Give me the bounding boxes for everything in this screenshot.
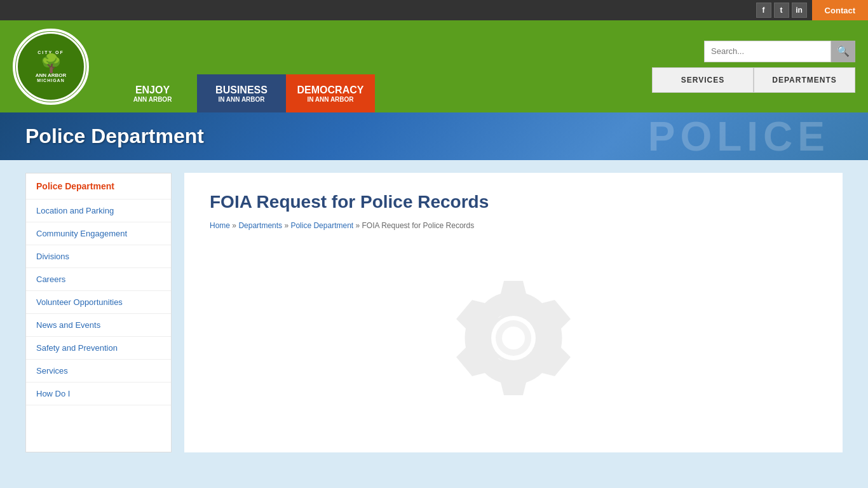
header: CITY OF 🌳 ANN ARBOR MICHIGAN ENJOY ANN A… bbox=[0, 20, 868, 112]
twitter-icon[interactable]: t bbox=[774, 3, 789, 18]
search-icon: 🔍 bbox=[837, 45, 850, 57]
nav-enjoy-label: ENJOY bbox=[135, 85, 170, 96]
breadcrumb-current: FOIA Request for Police Records bbox=[362, 221, 475, 230]
sidebar-item-safety[interactable]: Safety and Prevention bbox=[26, 337, 171, 360]
gear-area bbox=[210, 249, 817, 427]
sidebar-item-location[interactable]: Location and Parking bbox=[26, 200, 171, 222]
sidebar-item-careers[interactable]: Careers bbox=[26, 268, 171, 291]
contact-button[interactable]: Contact bbox=[812, 0, 868, 20]
main-nav: ENJOY ANN ARBOR BUSINESS IN ANN ARBOR DE… bbox=[108, 20, 375, 112]
breadcrumb-police[interactable]: Police Department bbox=[290, 221, 353, 230]
sidebar-item-divisions[interactable]: Divisions bbox=[26, 245, 171, 268]
page-content: FOIA Request for Police Records Home » D… bbox=[184, 173, 843, 452]
department-title: Police Department bbox=[25, 125, 204, 148]
nav-business-sublabel: IN ANN ARBOR bbox=[218, 96, 264, 103]
header-right: 🔍 SERVICES DEPARTMENTS bbox=[652, 41, 855, 93]
sidebar-item-volunteer[interactable]: Volunteer Opportunities bbox=[26, 291, 171, 314]
search-button[interactable]: 🔍 bbox=[831, 41, 855, 62]
main-content: Police Department Location and Parking C… bbox=[0, 160, 868, 465]
linkedin-icon[interactable]: in bbox=[792, 3, 807, 18]
nav-business-label: BUSINESS bbox=[215, 85, 268, 96]
breadcrumb: Home » Departments » Police Department »… bbox=[210, 221, 817, 230]
logo-tree-icon: 🌳 bbox=[40, 55, 62, 72]
nav-democracy[interactable]: DEMOCRACY IN ANN ARBOR bbox=[286, 74, 375, 112]
social-icons: f t in bbox=[756, 3, 807, 18]
top-bar: f t in Contact bbox=[0, 0, 868, 20]
logo-main-text: ANN ARBOR bbox=[36, 72, 67, 78]
nav-enjoy-sublabel: ANN ARBOR bbox=[133, 96, 172, 103]
breadcrumb-home[interactable]: Home bbox=[210, 221, 230, 230]
departments-tab[interactable]: DEPARTMENTS bbox=[754, 67, 855, 93]
sidebar-item-community[interactable]: Community Engagement bbox=[26, 222, 171, 245]
breadcrumb-departments[interactable]: Departments bbox=[238, 221, 282, 230]
hero-banner: Police Department bbox=[0, 112, 868, 160]
nav-enjoy[interactable]: ENJOY ANN ARBOR bbox=[108, 74, 197, 112]
sidebar: Police Department Location and Parking C… bbox=[25, 173, 172, 452]
nav-democracy-sublabel: IN ANN ARBOR bbox=[307, 96, 353, 103]
breadcrumb-sep3: » bbox=[356, 221, 362, 230]
nav-democracy-label: DEMOCRACY bbox=[297, 85, 364, 96]
facebook-icon[interactable]: f bbox=[756, 3, 771, 18]
breadcrumb-sep1: » bbox=[232, 221, 238, 230]
gear-icon bbox=[450, 274, 577, 402]
sidebar-item-howdoi[interactable]: How Do I bbox=[26, 383, 171, 405]
search-input[interactable] bbox=[704, 41, 831, 62]
sidebar-title[interactable]: Police Department bbox=[26, 173, 171, 200]
page-title: FOIA Request for Police Records bbox=[210, 192, 817, 212]
search-bar: 🔍 bbox=[704, 41, 855, 62]
svg-point-2 bbox=[502, 327, 525, 349]
breadcrumb-sep2: » bbox=[284, 221, 290, 230]
sidebar-item-services[interactable]: Services bbox=[26, 360, 171, 383]
nav-business[interactable]: BUSINESS IN ANN ARBOR bbox=[197, 74, 286, 112]
services-tab[interactable]: SERVICES bbox=[652, 67, 754, 93]
logo-bottom-text: MICHIGAN bbox=[37, 78, 64, 83]
sidebar-item-news[interactable]: News and Events bbox=[26, 314, 171, 337]
site-logo[interactable]: CITY OF 🌳 ANN ARBOR MICHIGAN bbox=[13, 29, 89, 105]
service-tabs: SERVICES DEPARTMENTS bbox=[652, 67, 855, 93]
